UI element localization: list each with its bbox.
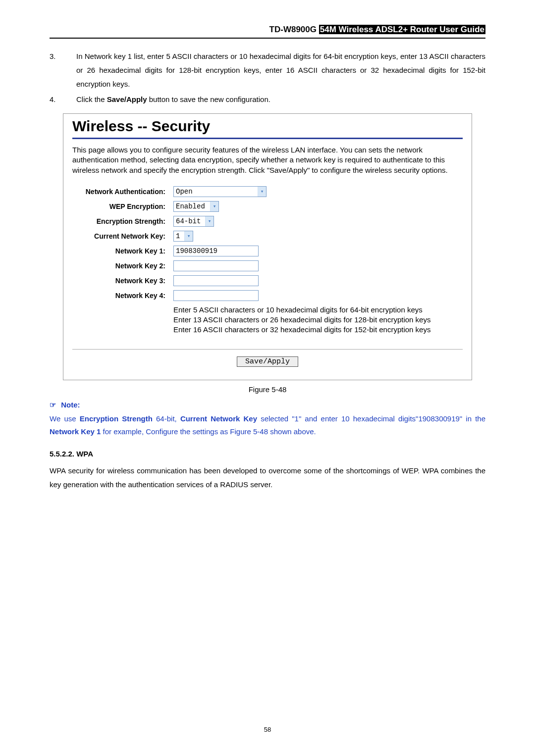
- list-text: Click the Save/Apply button to save the …: [76, 93, 485, 106]
- list-text: In Network key 1 list, enter 5 ASCII cha…: [76, 50, 485, 91]
- paragraph: WPA security for wireless communication …: [50, 464, 485, 492]
- chevron-down-icon: ▾: [258, 187, 266, 197]
- input-k2[interactable]: [173, 260, 259, 271]
- list-number: 3.: [50, 50, 76, 91]
- label-wep: WEP Encryption:: [72, 202, 173, 210]
- key-hint: Enter 5 ASCII characters or 10 hexadecim…: [173, 305, 463, 335]
- select-wep[interactable]: Enabled ▾: [173, 201, 219, 212]
- form-row-k2: Network Key 2:: [72, 260, 463, 271]
- note-header: ☞ Note:: [50, 401, 485, 409]
- figure-caption: Figure 5-48: [50, 385, 485, 394]
- label-strength: Encryption Strength:: [72, 217, 173, 225]
- select-strength[interactable]: 64-bit ▾: [173, 216, 214, 227]
- select-auth[interactable]: Open ▾: [173, 186, 267, 197]
- form-row-strength: Encryption Strength: 64-bit ▾: [72, 216, 463, 227]
- input-k3[interactable]: [173, 275, 259, 286]
- page: TD-W8900G 54M Wireless ADSL2+ Router Use…: [0, 0, 535, 756]
- model-text: TD-W8900G: [269, 25, 317, 34]
- form-row-auth: Network Authentication: Open ▾: [72, 186, 463, 197]
- list-number: 4.: [50, 93, 76, 106]
- label-auth: Network Authentication:: [72, 188, 173, 196]
- list-item: 4. Click the Save/Apply button to save t…: [50, 93, 485, 106]
- note-label: Note:: [61, 401, 80, 409]
- chevron-down-icon: ▾: [205, 216, 214, 226]
- save-apply-bold: Save/Apply: [107, 95, 147, 103]
- label-current: Current Network Key:: [72, 232, 173, 240]
- note-body: We use Encryption Strength 64-bit, Curre…: [50, 412, 485, 439]
- guide-title: 54M Wireless ADSL2+ Router User Guide: [319, 25, 485, 34]
- section-divider: [72, 138, 463, 139]
- form-row-k1: Network Key 1:: [72, 246, 463, 256]
- save-apply-button[interactable]: Save/Apply: [237, 356, 298, 367]
- form-row-k3: Network Key 3:: [72, 275, 463, 286]
- section-title: Wireless -- Security: [72, 116, 463, 138]
- input-k4[interactable]: [173, 290, 259, 301]
- label-k2: Network Key 2:: [72, 262, 173, 270]
- page-header: TD-W8900G 54M Wireless ADSL2+ Router Use…: [50, 25, 485, 39]
- section-description: This page allows you to configure securi…: [72, 145, 463, 175]
- label-k1: Network Key 1:: [72, 247, 173, 255]
- page-number: 58: [50, 726, 485, 733]
- chevron-down-icon: ▾: [184, 231, 193, 241]
- form-row-current: Current Network Key: 1 ▾: [72, 231, 463, 242]
- label-k3: Network Key 3:: [72, 277, 173, 285]
- label-k4: Network Key 4:: [72, 292, 173, 300]
- form-row-wep: WEP Encryption: Enabled ▾: [72, 201, 463, 212]
- form-row-k4: Network Key 4:: [72, 290, 463, 301]
- chevron-down-icon: ▾: [210, 202, 218, 211]
- subsection-heading: 5.5.2.2. WPA: [50, 450, 485, 458]
- list-item: 3. In Network key 1 list, enter 5 ASCII …: [50, 50, 485, 91]
- instruction-list: 3. In Network key 1 list, enter 5 ASCII …: [50, 50, 485, 106]
- pointing-hand-icon: ☞: [50, 401, 56, 409]
- bottom-divider: [72, 349, 463, 350]
- select-current[interactable]: 1 ▾: [173, 231, 193, 242]
- save-row: Save/Apply: [72, 356, 463, 373]
- input-k1[interactable]: [173, 246, 259, 256]
- router-screenshot: Wireless -- Security This page allows yo…: [63, 113, 472, 380]
